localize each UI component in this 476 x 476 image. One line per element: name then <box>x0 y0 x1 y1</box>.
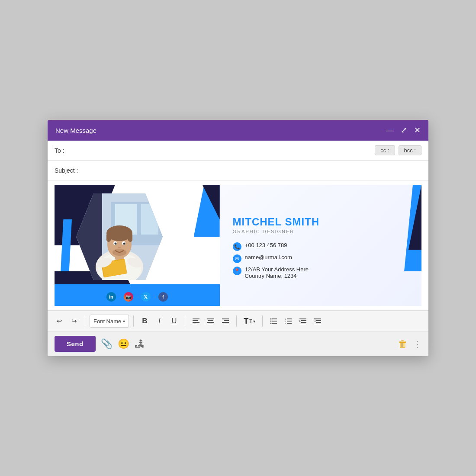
list-ordered-button[interactable]: 1.2.3. <box>282 315 295 328</box>
svg-point-14 <box>115 243 117 245</box>
svg-point-34 <box>270 318 272 320</box>
address-line2: Country Name, 1234 <box>245 273 309 279</box>
instagram-icon[interactable]: 📷 <box>124 292 133 302</box>
location-icon: 📍 <box>233 267 241 275</box>
bold-button[interactable]: B <box>138 315 151 328</box>
photo-inner <box>76 193 163 280</box>
svg-rect-3 <box>141 204 158 235</box>
bottom-bar: Send 📎 😐 🏞 🗑 ⋮ <box>48 331 428 356</box>
font-dropdown-arrow: ▾ <box>123 319 125 324</box>
outdent-button[interactable] <box>311 315 324 328</box>
underline-button[interactable]: U <box>167 315 180 328</box>
email-address: name@urmail.com <box>245 254 292 261</box>
signature-left: Follow Me in → 📷 → 𝕏 → f <box>55 185 220 306</box>
svg-point-17 <box>113 249 126 256</box>
last-name: SMITH <box>285 216 319 228</box>
list-bullet-button[interactable] <box>267 315 280 328</box>
email-compose-window: New Message — ⤢ ✕ To : cc : bcc : Subjec… <box>48 120 428 356</box>
arrow-icon-1: → <box>117 294 122 300</box>
attachment-icon[interactable]: 📎 <box>101 338 113 350</box>
signature-card: Follow Me in → 📷 → 𝕏 → f <box>55 185 421 306</box>
send-button[interactable]: Send <box>55 336 96 352</box>
font-name-label: Font Name <box>93 318 121 325</box>
svg-rect-10 <box>106 233 111 242</box>
social-icons: in → 📷 → 𝕏 → f <box>106 292 168 302</box>
subject-input[interactable] <box>80 167 421 174</box>
address-row: 📍 12/AB Your Address Here Country Name, … <box>233 266 413 279</box>
trash-icon[interactable]: 🗑 <box>398 338 408 350</box>
arrow-icon-2: → <box>135 294 140 300</box>
first-name: MITCHEL <box>233 216 282 228</box>
font-name-dropdown[interactable]: Font Name ▾ <box>90 315 129 328</box>
svg-point-15 <box>123 243 125 245</box>
to-input[interactable] <box>80 147 375 154</box>
signature-area: Follow Me in → 📷 → 𝕏 → f <box>48 180 428 311</box>
phone-number: +00 123 456 789 <box>245 242 287 248</box>
minimize-button[interactable]: — <box>386 126 394 134</box>
text-size-arrow: ▾ <box>253 319 255 324</box>
phone-row: 📞 +00 123 456 789 <box>233 242 413 251</box>
follow-me-label: Follow Me <box>106 285 168 290</box>
title-bar: New Message — ⤢ ✕ <box>48 120 428 141</box>
italic-button[interactable]: I <box>153 315 166 328</box>
to-field-row: To : cc : bcc : <box>48 141 428 161</box>
formatting-toolbar: ↩ ↪ Font Name ▾ B I U T T ▾ 1. <box>48 311 428 331</box>
text-size-large: T <box>244 317 248 326</box>
contact-info: 📞 +00 123 456 789 ✉ name@urmail.com 📍 12… <box>233 242 413 279</box>
field-buttons: cc : bcc : <box>375 145 421 155</box>
arrow-icon-3: → <box>152 294 157 300</box>
image-icon[interactable]: 🏞 <box>135 338 144 350</box>
svg-rect-11 <box>128 233 132 242</box>
emoji-icon[interactable]: 😐 <box>118 338 129 350</box>
signature-job-title: GRAPHIC DESIGNER <box>233 229 413 234</box>
address-text: 12/AB Your Address Here Country Name, 12… <box>245 266 309 279</box>
undo-button[interactable]: ↩ <box>53 315 66 328</box>
profile-photo <box>76 193 163 280</box>
svg-point-38 <box>270 323 272 324</box>
svg-text:3.: 3. <box>285 322 286 324</box>
align-center-button[interactable] <box>204 315 217 328</box>
indent-button[interactable] <box>296 315 309 328</box>
divider-4 <box>236 315 237 327</box>
phone-icon: 📞 <box>233 242 241 251</box>
email-row: ✉ name@urmail.com <box>233 254 413 263</box>
divider-5 <box>262 315 263 327</box>
facebook-icon[interactable]: f <box>158 292 168 302</box>
email-icon: ✉ <box>233 254 241 263</box>
align-left-button[interactable] <box>190 315 203 328</box>
maximize-button[interactable]: ⤢ <box>401 126 407 134</box>
text-size-small: T <box>249 318 252 324</box>
window-title: New Message <box>55 127 96 134</box>
redo-button[interactable]: ↪ <box>68 315 80 328</box>
signature-right: MITCHEL SMITH GRAPHIC DESIGNER 📞 +00 123… <box>220 185 421 306</box>
cc-button[interactable]: cc : <box>375 145 395 155</box>
window-controls: — ⤢ ✕ <box>386 126 421 134</box>
bcc-button[interactable]: bcc : <box>399 145 421 155</box>
svg-point-36 <box>270 321 272 322</box>
signature-name: MITCHEL SMITH <box>233 216 413 228</box>
more-options-icon[interactable]: ⋮ <box>413 339 421 349</box>
address-line1: 12/AB Your Address Here <box>245 266 309 273</box>
to-label: To : <box>55 147 80 154</box>
follow-me-section: Follow Me in → 📷 → 𝕏 → f <box>106 285 168 302</box>
subject-label: Subject : <box>55 167 80 174</box>
divider-2 <box>133 315 134 327</box>
svg-point-16 <box>118 247 121 248</box>
divider-1 <box>85 315 85 327</box>
subject-field-row: Subject : <box>48 161 428 180</box>
text-size-button[interactable]: T T ▾ <box>241 315 258 328</box>
linkedin-icon[interactable]: in <box>106 292 116 302</box>
divider-3 <box>185 315 185 327</box>
align-right-button[interactable] <box>219 315 232 328</box>
close-button[interactable]: ✕ <box>414 126 421 134</box>
twitter-icon[interactable]: 𝕏 <box>141 292 151 302</box>
